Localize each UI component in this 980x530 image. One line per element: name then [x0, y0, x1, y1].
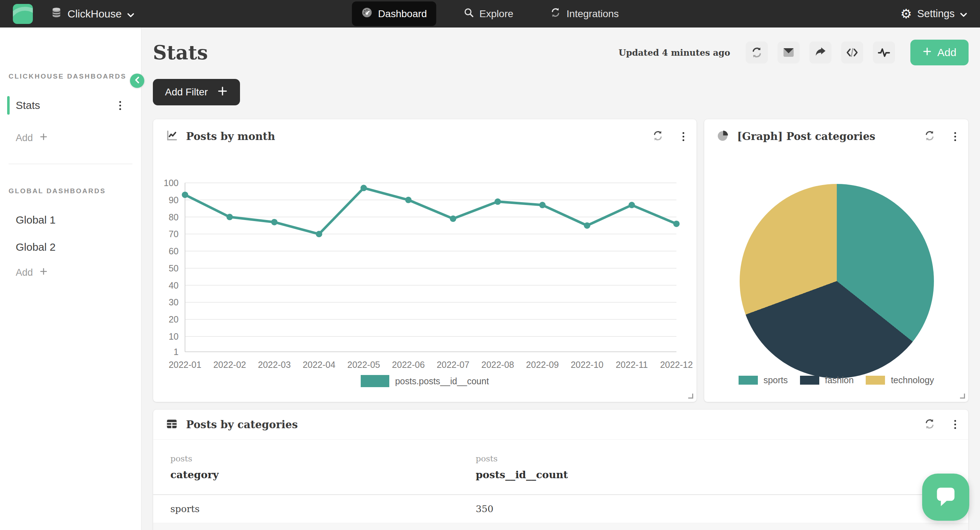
brand-label: ClickHouse — [67, 8, 122, 20]
app-root: ClickHouse Dashboard Explore — [0, 0, 980, 530]
widget-kebab-menu[interactable] — [954, 132, 956, 141]
svg-text:2022-09: 2022-09 — [526, 360, 559, 370]
sidebar-collapse-button[interactable] — [130, 73, 144, 88]
embed-code-button[interactable] — [841, 41, 863, 64]
svg-text:80: 80 — [169, 212, 178, 222]
table-row: fashion330 — [153, 523, 968, 530]
main-content: Stats Updated 4 minutes ago — [142, 27, 980, 530]
sidebar-item-label: Global 1 — [16, 214, 56, 226]
table-body: sports350fashion330 — [153, 495, 968, 530]
sidebar-item-label: Stats — [16, 99, 40, 111]
add-global-dashboard-button[interactable]: Add — [0, 267, 141, 278]
widget-title: Posts by month — [186, 131, 275, 143]
line-chart-icon — [165, 129, 178, 143]
widget-header: Posts by categories — [153, 410, 968, 440]
widget-resize-handle[interactable] — [688, 393, 693, 399]
widget-kebab-menu[interactable] — [954, 420, 956, 429]
legend-swatch — [800, 376, 819, 385]
svg-text:60: 60 — [169, 246, 178, 256]
kebab-menu-icon[interactable] — [119, 101, 121, 110]
sidebar-item-global-1[interactable]: Global 1 — [0, 208, 141, 231]
pie-chart-canvas[interactable] — [740, 184, 934, 378]
activity-monitor-button[interactable] — [873, 41, 895, 64]
tab-label: Explore — [479, 8, 513, 20]
tab-integrations[interactable]: Integrations — [540, 2, 628, 26]
refresh-dashboard-button[interactable] — [746, 41, 768, 64]
pie-chart-legend: sports fashion technology — [704, 375, 968, 385]
gauge-icon — [361, 7, 372, 21]
plus-icon — [217, 86, 228, 99]
page-title: Stats — [153, 41, 208, 64]
widget-resize-handle[interactable] — [960, 393, 965, 399]
chat-widget-button[interactable] — [922, 474, 969, 521]
svg-text:2022-12: 2022-12 — [660, 360, 693, 370]
sidebar-divider — [9, 164, 132, 164]
app-logo[interactable] — [13, 4, 33, 24]
chevron-left-icon — [134, 76, 141, 85]
svg-text:70: 70 — [169, 229, 178, 239]
widget-posts-by-categories-table: Posts by categories postscategorypostspo… — [153, 409, 969, 530]
table-column-headers: postscategorypostsposts__id__count — [153, 440, 968, 495]
tab-dashboard[interactable]: Dashboard — [352, 2, 436, 26]
line-chart-canvas[interactable]: 10090807060504030201012022-012022-022022… — [153, 154, 697, 382]
tab-label: Dashboard — [378, 8, 427, 20]
settings-label: Settings — [917, 8, 955, 20]
connection-switcher[interactable]: ClickHouse — [51, 7, 134, 21]
sidebar-item-stats[interactable]: Stats — [0, 94, 141, 117]
legend-label: fashion — [825, 375, 854, 385]
email-report-button[interactable] — [778, 41, 800, 64]
chat-bubble-icon — [934, 486, 958, 509]
updated-timestamp: Updated 4 minutes ago — [619, 48, 730, 58]
table-icon — [165, 417, 178, 432]
gear-icon: ⚙ — [900, 8, 912, 21]
refresh-widget-button[interactable] — [924, 130, 936, 143]
svg-text:2022-04: 2022-04 — [302, 360, 336, 370]
sidebar-item-global-2[interactable]: Global 2 — [0, 236, 141, 259]
tab-explore[interactable]: Explore — [454, 2, 522, 26]
svg-text:40: 40 — [169, 280, 178, 290]
svg-text:20: 20 — [169, 314, 178, 324]
refresh-widget-button[interactable] — [924, 418, 936, 431]
search-icon — [463, 7, 474, 21]
add-filter-label: Add Filter — [165, 86, 208, 98]
widget-header: [Graph] Post categories — [704, 119, 968, 154]
legend-label: technology — [891, 375, 934, 385]
add-button-label: Add — [937, 46, 956, 59]
sidebar-item-label: Global 2 — [16, 241, 56, 253]
widget-title: Posts by categories — [186, 419, 298, 431]
svg-text:2022-05: 2022-05 — [347, 360, 380, 370]
sidebar-section-title: CLICKHOUSE DASHBOARDS — [9, 73, 141, 80]
legend-item-sports: sports — [738, 375, 788, 385]
svg-text:90: 90 — [169, 195, 178, 205]
settings-menu[interactable]: ⚙ Settings — [900, 8, 967, 21]
database-icon — [51, 7, 62, 21]
active-indicator-bar — [7, 96, 10, 115]
table-row: sports350 — [153, 495, 968, 523]
widget-post-categories-pie: [Graph] Post categories sports — [704, 119, 969, 402]
pie-chart-icon — [716, 129, 729, 143]
column-header: postsposts__id__count — [476, 454, 968, 481]
page-header: Stats Updated 4 minutes ago — [153, 40, 969, 65]
legend-swatch — [738, 376, 758, 385]
add-filter-button[interactable]: Add Filter — [153, 79, 240, 105]
sidebar: CLICKHOUSE DASHBOARDS Stats Add GLOBAL D… — [0, 27, 142, 530]
legend-item-fashion: fashion — [800, 375, 854, 385]
tab-label: Integrations — [566, 8, 619, 20]
chevron-down-icon — [127, 8, 134, 20]
refresh-widget-button[interactable] — [652, 130, 664, 143]
sync-icon — [550, 7, 561, 21]
column-header: postscategory — [170, 454, 476, 481]
body-row: CLICKHOUSE DASHBOARDS Stats Add GLOBAL D… — [0, 27, 980, 530]
widgets-row: Posts by month 1009080706050403020101202… — [153, 119, 969, 402]
add-dashboard-button[interactable]: Add — [0, 132, 141, 143]
top-navbar: ClickHouse Dashboard Explore — [0, 0, 980, 27]
main-nav-tabs: Dashboard Explore Integrations — [352, 0, 628, 27]
plus-icon — [39, 267, 48, 278]
svg-text:100: 100 — [164, 178, 178, 188]
line-chart-legend: posts.posts__id__count — [153, 375, 697, 387]
share-button[interactable] — [809, 41, 831, 64]
add-chart-button[interactable]: Add — [910, 40, 969, 65]
widget-posts-by-month: Posts by month 1009080706050403020101202… — [153, 119, 697, 402]
widget-kebab-menu[interactable] — [682, 132, 684, 141]
svg-text:2022-07: 2022-07 — [437, 360, 469, 370]
